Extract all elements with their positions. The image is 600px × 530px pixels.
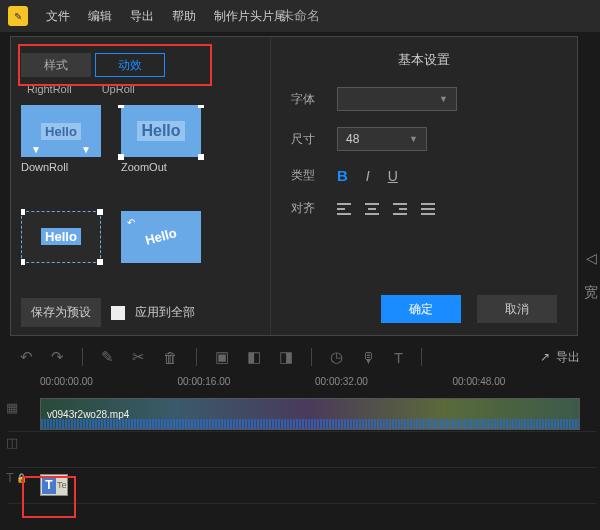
align-label: 对齐 bbox=[291, 200, 321, 217]
menu-help[interactable]: 帮助 bbox=[172, 8, 196, 25]
size-select[interactable]: 48▼ bbox=[337, 127, 427, 151]
track-empty-1[interactable] bbox=[8, 432, 596, 468]
tab-style[interactable]: 样式 bbox=[21, 53, 91, 77]
save-preset-button[interactable]: 保存为预设 bbox=[21, 298, 101, 327]
crop-icon[interactable]: ▣ bbox=[215, 348, 229, 366]
text-tool-icon[interactable]: T bbox=[394, 349, 403, 366]
audio-waveform bbox=[41, 419, 579, 429]
menu-titles[interactable]: 制作片头片尾 bbox=[214, 8, 286, 25]
timeline-toolbar: ↶ ↷ ✎ ✂ 🗑 ▣ ◧ ◨ ◷ 🎙 T ↗ 导出 bbox=[20, 342, 580, 372]
cancel-button[interactable]: 取消 bbox=[477, 295, 557, 323]
size-label: 尺寸 bbox=[291, 131, 321, 148]
video-clip[interactable]: v0943r2wo28.mp4 bbox=[40, 398, 580, 430]
align-center-icon[interactable] bbox=[365, 203, 379, 215]
tab-motion[interactable]: 动效 bbox=[95, 53, 165, 77]
effect-item-3[interactable]: Hello bbox=[21, 211, 107, 291]
track-text-icon[interactable]: T 🔒 bbox=[6, 470, 27, 485]
italic-button[interactable]: I bbox=[366, 168, 370, 184]
settings-column: 基本设置 字体 ▼ 尺寸 48▼ 类型 B I U 对齐 bbox=[271, 37, 577, 335]
delete-icon[interactable]: 🗑 bbox=[163, 349, 178, 366]
chevron-down-icon: ▼ bbox=[409, 134, 418, 144]
effect-downroll[interactable]: Hello ▼▼ DownRoll bbox=[21, 105, 107, 197]
align-left-icon[interactable] bbox=[337, 203, 351, 215]
font-label: 字体 bbox=[291, 91, 321, 108]
cut-icon[interactable]: ✂ bbox=[132, 348, 145, 366]
align-justify-icon[interactable] bbox=[421, 203, 435, 215]
track-overlay-icon[interactable]: ◫ bbox=[6, 435, 27, 450]
menu-file[interactable]: 文件 bbox=[46, 8, 70, 25]
ok-button[interactable]: 确定 bbox=[381, 295, 461, 323]
timeline-ruler[interactable]: 00:00:00.0000:00:16.0000:00:32.0000:00:4… bbox=[40, 376, 590, 392]
text-clip[interactable]: TTe bbox=[40, 474, 68, 496]
timeline-tracks: v0943r2wo28.mp4 TTe bbox=[8, 396, 596, 504]
undo-icon[interactable]: ↶ bbox=[20, 348, 33, 366]
text-track[interactable]: TTe bbox=[8, 468, 596, 504]
tool2-icon[interactable]: ◨ bbox=[279, 348, 293, 366]
play-preview-icon[interactable]: ◁ bbox=[586, 250, 597, 266]
menu-edit[interactable]: 编辑 bbox=[88, 8, 112, 25]
project-title: 未命名 bbox=[281, 7, 320, 25]
effect-zoomout[interactable]: Hello ZoomOut bbox=[121, 105, 207, 197]
tool-icon[interactable]: ◧ bbox=[247, 348, 261, 366]
video-track[interactable]: v0943r2wo28.mp4 bbox=[8, 396, 596, 432]
clock-icon[interactable]: ◷ bbox=[330, 348, 343, 366]
mic-icon[interactable]: 🎙 bbox=[361, 349, 376, 366]
align-right-icon[interactable] bbox=[393, 203, 407, 215]
effect-label-uproll: UpRoll bbox=[102, 83, 135, 95]
edit-icon[interactable]: ✎ bbox=[101, 348, 114, 366]
apply-all-checkbox[interactable] bbox=[111, 306, 125, 320]
chevron-down-icon: ▼ bbox=[439, 94, 448, 104]
settings-title: 基本设置 bbox=[291, 51, 557, 69]
redo-icon[interactable]: ↷ bbox=[51, 348, 64, 366]
bold-button[interactable]: B bbox=[337, 167, 348, 184]
font-select[interactable]: ▼ bbox=[337, 87, 457, 111]
effect-item-4[interactable]: Hello ↶ bbox=[121, 211, 207, 291]
app-logo-icon: ✎ bbox=[8, 6, 28, 26]
underline-button[interactable]: U bbox=[388, 168, 398, 184]
type-label: 类型 bbox=[291, 167, 321, 184]
track-video-icon[interactable]: ▦ bbox=[6, 400, 27, 415]
export-icon[interactable]: ↗ bbox=[540, 350, 550, 364]
export-label[interactable]: 导出 bbox=[556, 349, 580, 366]
aspect-label[interactable]: 宽 bbox=[584, 284, 598, 302]
effects-column: 样式 动效 RightRoll UpRoll Hello ▼▼ DownRoll… bbox=[11, 37, 271, 335]
menu-export[interactable]: 导出 bbox=[130, 8, 154, 25]
text-settings-panel: 样式 动效 RightRoll UpRoll Hello ▼▼ DownRoll… bbox=[10, 36, 578, 336]
top-menu-bar: ✎ 文件 编辑 导出 帮助 制作片头片尾 未命名 bbox=[0, 0, 600, 32]
effect-thumbnails: Hello ▼▼ DownRoll Hello ZoomOut Hello bbox=[21, 105, 260, 290]
apply-all-label: 应用到全部 bbox=[135, 304, 195, 321]
effect-label-rightroll: RightRoll bbox=[27, 83, 72, 95]
